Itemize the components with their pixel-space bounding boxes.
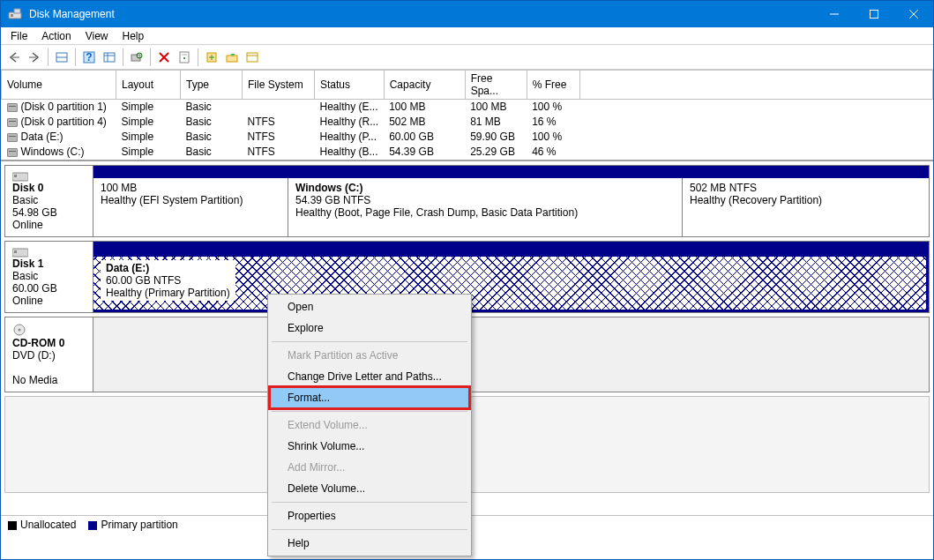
disk-header-bar [93, 166, 929, 178]
svg-rect-4 [870, 11, 878, 19]
volume-row[interactable]: Data (E:)SimpleBasicNTFSHealthy (P...60.… [2, 130, 933, 145]
partition-windows-c[interactable]: Windows (C:) 54.39 GB NTFS Healthy (Boot… [288, 178, 682, 236]
partition-size: 502 MB NTFS [690, 182, 922, 194]
menu-file[interactable]: File [4, 28, 34, 44]
disk-state: No Media [12, 374, 57, 386]
legend-primary: Primary partition [88, 519, 177, 531]
titlebar: Disk Management [1, 1, 933, 27]
ctx-delete[interactable]: Delete Volume... [270, 478, 469, 499]
partition-size: 60.00 GB NTFS [106, 274, 230, 287]
disk-name: Disk 0 [12, 182, 43, 194]
toolbar: ? [1, 45, 933, 70]
svg-text:?: ? [86, 51, 92, 63]
volume-list: Volume Layout Type File System Status Ca… [1, 70, 933, 160]
drive-icon [7, 148, 18, 157]
forward-button[interactable] [25, 48, 44, 67]
close-button[interactable] [893, 1, 933, 27]
disk-label[interactable]: CD-ROM 0 DVD (D:) No Media [5, 317, 93, 392]
menubar: File Action View Help [1, 27, 933, 45]
disk-type: DVD (D:) [12, 349, 56, 362]
action1-button[interactable] [202, 48, 221, 67]
col-fs[interactable]: File System [243, 71, 315, 100]
svg-point-30 [19, 328, 21, 331]
ctx-mirror[interactable]: Add Mirror... [270, 457, 469, 478]
svg-rect-28 [14, 250, 17, 253]
svg-rect-2 [14, 9, 20, 13]
partition-name: Windows (C:) [295, 182, 675, 194]
legend-unallocated: Unallocated [8, 519, 76, 531]
delete-button[interactable] [154, 48, 174, 67]
col-capacity[interactable]: Capacity [384, 71, 465, 100]
maximize-button[interactable] [854, 1, 893, 27]
help-button[interactable]: ? [79, 48, 99, 67]
ctx-help[interactable]: Help [270, 533, 469, 554]
partition-status: Healthy (Primary Partition) [106, 287, 230, 299]
disk-name: CD-ROM 0 [12, 337, 64, 349]
col-volume[interactable]: Volume [2, 71, 116, 100]
drive-icon [7, 103, 18, 112]
properties-button[interactable] [175, 48, 194, 67]
col-spacer [579, 71, 932, 100]
disk-size: 54.98 GB [12, 206, 57, 219]
partition-efi[interactable]: 100 MB Healthy (EFI System Partition) [93, 178, 288, 236]
disk-type: Basic [12, 270, 38, 282]
svg-rect-11 [104, 53, 115, 62]
app-icon [8, 7, 22, 21]
volume-row[interactable]: Windows (C:)SimpleBasicNTFSHealthy (B...… [2, 145, 933, 160]
col-free[interactable]: Free Spa... [465, 71, 527, 100]
volume-list-header: Volume Layout Type File System Status Ca… [2, 71, 933, 100]
col-layout[interactable]: Layout [116, 71, 181, 100]
disk-label[interactable]: Disk 1 Basic 60.00 GB Online [5, 242, 93, 312]
volume-row[interactable]: (Disk 0 partition 4)SimpleBasicNTFSHealt… [2, 115, 933, 130]
svg-rect-22 [227, 56, 237, 62]
ctx-format[interactable]: Format... [270, 387, 469, 408]
col-type[interactable]: Type [181, 71, 243, 100]
disk-icon [12, 247, 86, 258]
disk-header-bar [93, 242, 929, 254]
action3-button[interactable] [243, 48, 262, 67]
partition-data-e[interactable]: Data (E:) 60.00 GB NTFS Healthy (Primary… [93, 254, 929, 312]
refresh-button[interactable] [127, 48, 146, 67]
ctx-change-letter[interactable]: Change Drive Letter and Paths... [270, 366, 469, 387]
ctx-properties[interactable]: Properties [270, 505, 469, 526]
disk-icon [12, 171, 86, 182]
disk-size: 60.00 GB [12, 282, 57, 295]
minimize-button[interactable] [814, 1, 854, 27]
action2-button[interactable] [222, 48, 242, 67]
disk-row-0: Disk 0 Basic 54.98 GB Online 100 MB Heal… [4, 165, 930, 237]
svg-point-19 [183, 57, 185, 59]
partition-size: 54.39 GB NTFS [295, 194, 675, 206]
partition-status: Healthy (Boot, Page File, Crash Dump, Ba… [295, 206, 675, 219]
ctx-open[interactable]: Open [270, 296, 469, 317]
drive-icon [7, 133, 18, 142]
partition-recovery[interactable]: 502 MB NTFS Healthy (Recovery Partition) [682, 178, 929, 236]
ctx-extend[interactable]: Extend Volume... [270, 414, 469, 436]
settings-button[interactable] [100, 48, 119, 67]
ctx-mark-active[interactable]: Mark Partition as Active [270, 345, 469, 366]
col-status[interactable]: Status [315, 71, 385, 100]
ctx-explore[interactable]: Explore [270, 317, 469, 339]
partition-status: Healthy (Recovery Partition) [690, 194, 922, 206]
menu-view[interactable]: View [79, 28, 115, 44]
partition-status: Healthy (EFI System Partition) [101, 194, 280, 206]
disk-label[interactable]: Disk 0 Basic 54.98 GB Online [5, 166, 93, 236]
menu-action[interactable]: Action [35, 28, 77, 44]
window-title: Disk Management [29, 8, 814, 20]
drive-icon [7, 118, 18, 127]
menu-help[interactable]: Help [116, 28, 151, 44]
partition-size: 100 MB [101, 182, 280, 194]
disk-name: Disk 1 [12, 258, 43, 270]
view-split-button[interactable] [52, 48, 71, 67]
svg-rect-1 [11, 14, 13, 17]
svg-rect-23 [247, 53, 258, 62]
disk-state: Online [12, 295, 43, 307]
back-button[interactable] [4, 48, 24, 67]
col-pct[interactable]: % Free [527, 71, 579, 100]
disk-state: Online [12, 219, 43, 231]
ctx-shrink[interactable]: Shrink Volume... [270, 436, 469, 457]
svg-rect-26 [14, 175, 17, 177]
volume-row[interactable]: (Disk 0 partition 1)SimpleBasicHealthy (… [2, 100, 933, 115]
partition-name: Data (E:) [106, 262, 230, 274]
context-menu: Open Explore Mark Partition as Active Ch… [267, 294, 472, 556]
cdrom-icon [12, 323, 86, 337]
